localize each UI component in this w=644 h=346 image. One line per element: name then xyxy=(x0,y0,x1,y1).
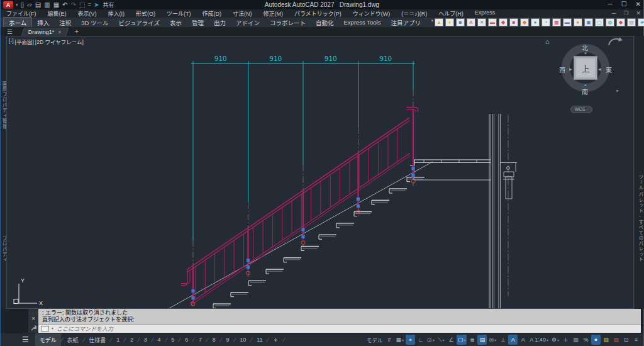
command-window[interactable]: : : :: : : ✕ ; エラー: 関数は取り消されました直列記入の寸法オブ… xyxy=(28,309,641,333)
object-snap-tracking-icon[interactable]: ∠ xyxy=(447,335,456,345)
add-layout-button[interactable]: + xyxy=(269,336,282,343)
toolbar-icon-7[interactable]: ■ xyxy=(509,18,518,26)
toolbar-icon-6[interactable]: ◆ xyxy=(499,18,508,26)
lineweight-icon[interactable]: ≣ xyxy=(467,335,477,345)
layout-tab-6[interactable]: 6 xyxy=(180,333,192,346)
autocad-logo[interactable]: A xyxy=(3,1,13,9)
file-tab-menu-icon[interactable]: ☰ xyxy=(1,28,18,36)
workspace-icon[interactable]: ⬚ xyxy=(79,1,85,9)
polar-tracking-icon[interactable]: ◶▾ xyxy=(426,335,436,345)
ribbon-tab-12[interactable]: 注目アプリ xyxy=(386,18,426,28)
layout-tab-8[interactable]: 8 xyxy=(208,333,220,346)
toolbar-icon-14[interactable]: ▣ xyxy=(584,18,593,26)
viewcube-north[interactable]: 北 xyxy=(582,43,588,52)
quick-properties-icon[interactable]: % xyxy=(581,335,591,345)
layout-tab-モデル[interactable]: モデル xyxy=(35,333,61,346)
layout-tab-1[interactable]: 1 xyxy=(112,333,124,346)
ribbon-tab-11[interactable]: Express Tools xyxy=(339,18,386,26)
customization-icon[interactable]: ＋ xyxy=(561,335,570,345)
toolbar-icon-1[interactable]: ● xyxy=(445,18,454,26)
logo-dropdown-icon[interactable]: ▾ xyxy=(16,3,18,8)
annotation-visibility-icon[interactable]: A xyxy=(508,335,518,345)
viewcube-arrow-down-icon[interactable]: ▲ xyxy=(584,83,587,87)
snap-icon[interactable]: ▦▾ xyxy=(395,335,406,345)
workspace-icon[interactable]: ⚙▾ xyxy=(550,335,560,345)
viewcube-west[interactable]: 西 xyxy=(559,65,565,74)
ribbon-tab-5[interactable]: 表示 xyxy=(165,18,187,28)
toolbar-icon-10[interactable]: ◔ xyxy=(541,18,550,26)
command-tool-icon[interactable] xyxy=(41,326,49,332)
share-status-icon[interactable]: ▧ xyxy=(611,335,621,345)
layout-menu-icon[interactable]: ☰ xyxy=(1,335,35,344)
redo-icon[interactable]: ↷ xyxy=(70,1,75,9)
command-customize-wrench-icon[interactable] xyxy=(30,325,36,332)
model-space-toggle[interactable]: モデル xyxy=(365,335,384,345)
ribbon-tab-9[interactable]: コラボレート xyxy=(265,18,311,28)
layout-tab-10[interactable]: 10 xyxy=(235,333,250,346)
save-as-icon[interactable]: ▥ xyxy=(44,1,50,9)
toolbar-icon-2[interactable]: ■ xyxy=(456,18,465,26)
toolbar-icon-11[interactable]: ▦ xyxy=(552,18,561,26)
share-icon[interactable]: ➤ xyxy=(94,1,99,9)
tab-close-icon[interactable]: × xyxy=(58,29,61,35)
isolate-objects-icon[interactable]: ▥ xyxy=(571,335,580,345)
autoscale-icon[interactable]: A xyxy=(518,335,528,345)
toolbar-icon-18[interactable]: ▤ xyxy=(627,18,636,26)
viewcube-rotate-icon[interactable] xyxy=(607,36,623,50)
layout-tab-表紙[interactable]: 表紙 xyxy=(63,333,83,346)
ribbon-tab-10[interactable]: 自動化 xyxy=(311,18,339,28)
dynamic-input-icon[interactable]: ⌖ xyxy=(406,335,415,345)
viewcube-east[interactable]: 東 xyxy=(606,65,612,74)
drawing-tab[interactable]: Drawing1*× xyxy=(21,28,69,36)
graphics-performance-icon[interactable]: ● xyxy=(591,335,601,345)
drawing-canvas[interactable]: [-] [平面図] [2D ワイヤフレーム] 910910910910YX ⌂ … xyxy=(6,36,634,309)
ribbon-tab-1[interactable]: 挿入 xyxy=(32,18,54,28)
open-folder-icon[interactable]: ▱ xyxy=(27,1,32,9)
close-button[interactable]: ✕ xyxy=(636,1,641,8)
ribbon-tab-6[interactable]: 管理 xyxy=(187,18,209,28)
share-label[interactable]: 共有 xyxy=(103,1,114,9)
tool-palettes-tab[interactable]: ツール パレット - すべてのパレット xyxy=(637,174,644,262)
viewcube-arrow-up-icon[interactable]: ▼ xyxy=(584,52,587,55)
toolbar-icon-17[interactable]: ◆ xyxy=(616,18,625,26)
viewcube[interactable]: ⌂ 北 南 西 東 ▼ ▲ ▶ ◀ 上 ▼ WCS ◦ xyxy=(555,39,616,104)
viewcube-arrow-right-icon[interactable]: ◀ xyxy=(598,67,601,71)
command-drag-grip[interactable]: : : :: : : xyxy=(29,310,37,315)
customization-menu-icon[interactable]: ≡ xyxy=(631,335,641,345)
ribbon-tab-0[interactable]: ホーム xyxy=(3,17,32,28)
save-icon[interactable]: ▤ xyxy=(35,1,41,9)
toolbar-icon-0[interactable]: ▲ xyxy=(435,18,443,26)
grid-icon[interactable]: # xyxy=(385,335,394,345)
isodraft-icon[interactable]: ⟍▾ xyxy=(436,335,446,345)
toolbar-icon-9[interactable]: ● xyxy=(531,18,540,26)
layout-tab-2[interactable]: 2 xyxy=(126,333,138,346)
minimize-button[interactable]: ─ xyxy=(608,1,613,8)
toolbar-icon-19[interactable]: ▰ xyxy=(638,18,644,26)
toolbar-icon-8[interactable]: ◆ xyxy=(520,18,529,26)
viewcube-home-icon[interactable]: ⌂ xyxy=(545,38,550,45)
ribbon-tab-8[interactable]: アドイン xyxy=(231,18,265,28)
maximize-button[interactable]: ☐ xyxy=(621,1,627,8)
transparency-icon[interactable]: ◎▾ xyxy=(487,335,497,345)
layout-tab-9[interactable]: 9 xyxy=(222,333,234,346)
doc-minimize-button[interactable]: ─ xyxy=(612,10,616,16)
clean-screen-icon[interactable]: ⊡ xyxy=(621,335,631,345)
layout-tab-7[interactable]: 7 xyxy=(194,333,206,346)
layout-tab-11[interactable]: 11 xyxy=(252,333,267,346)
command-close-icon[interactable]: ✕ xyxy=(31,316,36,321)
command-input-row[interactable]: ここにコマンドを入力 xyxy=(38,324,641,333)
toolbar-icon-5[interactable]: ▬ xyxy=(488,18,497,26)
ortho-icon[interactable]: ∟ xyxy=(416,335,425,345)
doc-close-button[interactable]: ✕ xyxy=(636,10,641,16)
toolbar-icon-15[interactable]: ▢ xyxy=(595,18,604,26)
menu-item-12[interactable]: ヘルプ(H) xyxy=(433,9,469,18)
annotation-monitor-icon[interactable]: ⊥ xyxy=(498,335,508,345)
print-icon[interactable]: ▦ xyxy=(53,1,59,9)
annotation-scale-icon[interactable]: A 1:40▾ xyxy=(528,335,550,345)
viewcube-arrow-left-icon[interactable]: ▶ xyxy=(569,67,572,71)
ribbon-tab-2[interactable]: 注釈 xyxy=(54,18,76,28)
wcs-selector[interactable]: WCS ◦ xyxy=(570,106,592,113)
layout-tab-5[interactable]: 5 xyxy=(167,333,179,346)
menu-item-13[interactable]: Express xyxy=(469,9,501,18)
toolbar-icon-3[interactable]: A xyxy=(467,18,475,26)
